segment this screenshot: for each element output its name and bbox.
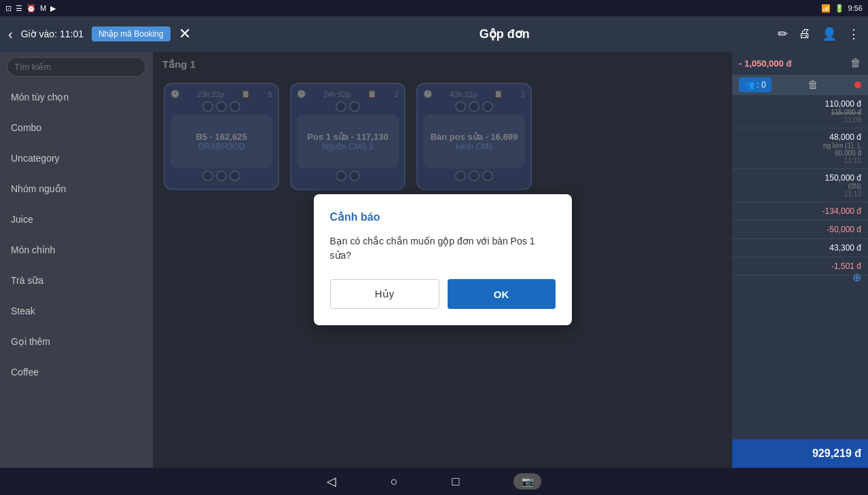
status-bar-left: ⊡ ☰ ⏰ M ▶ bbox=[5, 4, 56, 13]
search-bar bbox=[0, 52, 153, 82]
total-footer: 929,219 đ bbox=[732, 439, 868, 468]
right-panel-header: - 1,050,000 đ 🗑 bbox=[732, 52, 868, 75]
status-bar-right: 📶 🔋 9:56 bbox=[821, 4, 863, 13]
order-subdetail-2: 60,000 đ bbox=[739, 149, 861, 157]
print-icon[interactable]: 🖨 bbox=[799, 26, 811, 41]
close-button[interactable]: ✕ bbox=[179, 25, 191, 43]
status-bar: ⊡ ☰ ⏰ M ▶ 📶 🔋 9:56 bbox=[0, 0, 868, 16]
main-layout: Món tùy chọn Combo Uncategory Nhóm nguồn… bbox=[0, 52, 868, 468]
order-amount-5: -50,000 đ bbox=[739, 225, 861, 234]
header-icons: ✏ 🖨 👤 ⋮ bbox=[778, 26, 860, 41]
confirm-dialog: Cảnh báo Bạn có chắc chắn muốn gộp đơn v… bbox=[314, 194, 572, 325]
menu-item-mon-chinh[interactable]: Món chính bbox=[0, 235, 153, 265]
red-dot-indicator bbox=[854, 81, 861, 88]
booking-button[interactable]: Nhập mã Booking bbox=[92, 26, 170, 41]
status-icon-4: M bbox=[40, 4, 46, 12]
menu-item-tra-sua[interactable]: Trà sữa bbox=[0, 265, 153, 296]
order-controls: 👥 : 0 🗑 bbox=[732, 75, 868, 95]
back-button[interactable]: ‹ bbox=[8, 26, 13, 42]
right-panel-icons: 🗑 bbox=[850, 57, 861, 69]
order-detail-1: 115,000 đ bbox=[739, 109, 861, 116]
dialog-buttons: Hủy OK bbox=[330, 279, 556, 309]
plus-circle-icon[interactable]: ⊕ bbox=[852, 271, 861, 284]
order-list: 110,000 đ 115,000 đ 11:09 48,000 đ ng ki… bbox=[732, 95, 868, 439]
menu-item-tuy-chon[interactable]: Món tùy chọn bbox=[0, 82, 153, 113]
menu-item-uncategory[interactable]: Uncategory bbox=[0, 143, 153, 174]
order-amount-3: 150,000 đ bbox=[739, 173, 861, 183]
home-nav-button[interactable]: ○ bbox=[391, 475, 398, 489]
dialog-overlay: Cảnh báo Bạn có chắc chắn muốn gộp đơn v… bbox=[153, 52, 732, 468]
status-icon-2: ☰ bbox=[16, 4, 22, 13]
order-item-7: -1,501 đ ⊕ bbox=[732, 257, 868, 276]
time-info: Giờ vào: 11:01 bbox=[21, 29, 84, 39]
right-panel: - 1,050,000 đ 🗑 👥 : 0 🗑 110,000 đ 115,00… bbox=[732, 52, 868, 468]
time-display: 9:56 bbox=[848, 4, 863, 12]
dialog-message: Bạn có chắc chắn muốn gộp đơn với bàn Po… bbox=[330, 234, 556, 263]
ok-button[interactable]: OK bbox=[448, 279, 556, 309]
dialog-title: Cảnh báo bbox=[330, 210, 556, 223]
camera-nav-button[interactable]: 📷 bbox=[513, 473, 541, 490]
order-item-3: 150,000 đ (0N) 11:13 bbox=[732, 169, 868, 202]
user-icon[interactable]: 👤 bbox=[822, 26, 837, 41]
order-time-2: 11:10 bbox=[739, 157, 861, 164]
order-amount-4: -134,000 đ bbox=[739, 206, 861, 216]
status-icon-5: ▶ bbox=[50, 4, 56, 13]
page-title: Gộp đơn bbox=[240, 26, 770, 41]
menu-item-combo[interactable]: Combo bbox=[0, 113, 153, 143]
top-header: ‹ Giờ vào: 11:01 Nhập mã Booking ✕ Gộp đ… bbox=[0, 16, 868, 52]
order-item-4: -134,000 đ bbox=[732, 202, 868, 221]
order-action-button[interactable]: 👥 : 0 bbox=[739, 77, 772, 92]
menu-item-steak[interactable]: Steak bbox=[0, 296, 153, 327]
more-icon[interactable]: ⋮ bbox=[848, 26, 860, 41]
status-icon-3: ⏰ bbox=[26, 4, 36, 13]
order-time-3: 11:13 bbox=[739, 190, 861, 198]
order-detail-3: (0N) bbox=[739, 183, 861, 190]
menu-item-nhom-nguon[interactable]: Nhóm nguồn bbox=[0, 174, 153, 204]
sidebar: Món tùy chọn Combo Uncategory Nhóm nguồn… bbox=[0, 52, 153, 468]
menu-item-juice[interactable]: Juice bbox=[0, 204, 153, 235]
search-input[interactable] bbox=[7, 57, 146, 77]
edit-icon[interactable]: ✏ bbox=[778, 26, 788, 41]
menu-items: Món tùy chọn Combo Uncategory Nhóm nguồn… bbox=[0, 82, 153, 468]
menu-item-coffee[interactable]: Coffee bbox=[0, 357, 153, 388]
trash2-icon[interactable]: 🗑 bbox=[808, 79, 818, 91]
status-icon-1: ⊡ bbox=[5, 4, 12, 13]
menu-item-goi-them[interactable]: Gọi thêm bbox=[0, 327, 153, 357]
order-item-1: 110,000 đ 115,000 đ 11:09 bbox=[732, 95, 868, 128]
total-amount: - 1,050,000 đ bbox=[739, 58, 791, 69]
recents-nav-button[interactable]: □ bbox=[452, 475, 460, 489]
content-area: Tầng 1 🕐 23h:22p 📋 5 B5 - 162,625 GRABFO bbox=[153, 52, 732, 468]
battery-icon: 🔋 bbox=[835, 4, 844, 13]
order-detail-2: ng kim (1), ), bbox=[739, 142, 861, 149]
wifi-icon: 📶 bbox=[821, 4, 831, 13]
order-amount-2: 48,000 đ bbox=[739, 132, 861, 142]
order-amount-6: 43,300 đ bbox=[739, 243, 861, 253]
order-item-2: 48,000 đ ng kim (1), ), 60,000 đ 11:10 bbox=[732, 128, 868, 169]
bottom-nav: ◁ ○ □ 📷 bbox=[0, 468, 868, 495]
order-amount-1: 110,000 đ bbox=[739, 99, 861, 109]
cancel-button[interactable]: Hủy bbox=[330, 279, 439, 309]
order-time-1: 11:09 bbox=[739, 116, 861, 124]
order-item-6: 43,300 đ bbox=[732, 239, 868, 257]
order-amount-7: -1,501 đ bbox=[739, 261, 861, 271]
order-item-5: -50,000 đ bbox=[732, 221, 868, 239]
back-nav-button[interactable]: ◁ bbox=[327, 474, 336, 489]
trash-icon[interactable]: 🗑 bbox=[850, 57, 861, 69]
